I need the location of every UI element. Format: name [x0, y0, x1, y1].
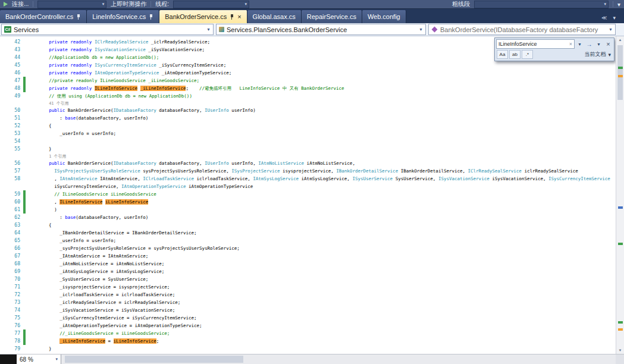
- vertical-scrollbar[interactable]: ▲ ▼: [616, 36, 624, 354]
- scroll-tabs-icon[interactable]: ≪: [601, 15, 607, 21]
- code-row[interactable]: 71 _isysprojectService = isysprojectServ…: [0, 283, 624, 291]
- code-row[interactable]: 62 : base(databaseFactory, userInfo): [0, 214, 624, 221]
- change-tracking-margin: [23, 137, 26, 145]
- code-row[interactable]: 53 _userInfo = userInfo;: [0, 130, 624, 137]
- find-scope-dropdown[interactable]: 当前文档 ▾: [583, 51, 612, 58]
- active-files-dropdown-icon[interactable]: ▾: [613, 15, 616, 21]
- code-row[interactable]: 50 public BankOrderService(IDatabaseFact…: [0, 106, 624, 114]
- code-text: private readonly IAtmOperationTypeServic…: [27, 69, 231, 77]
- regex-toggle[interactable]: .*: [522, 50, 533, 59]
- member-scope-dropdown[interactable]: BankOrderService(IDatabaseFactory databa…: [428, 24, 616, 35]
- code-row[interactable]: 61 ): [0, 206, 624, 214]
- find-search-input[interactable]: ILineInfoService ×: [496, 39, 575, 49]
- code-row[interactable]: 69 _iAtmSysLogService = iAtmSysLogServic…: [0, 268, 624, 275]
- close-tab-icon[interactable]: ×: [237, 14, 241, 20]
- line-number: 78: [0, 337, 23, 345]
- class-icon: [219, 27, 224, 32]
- tab-global-asax-cs[interactable]: Global.asax.cs: [247, 10, 302, 23]
- code-row[interactable]: 65 _userInfo = userInfo;: [0, 237, 624, 244]
- chevron-down-icon[interactable]: ▾: [417, 27, 425, 32]
- code-editor[interactable]: 42 private readonly IClrReadySealService…: [0, 36, 624, 354]
- code-text: , IAtmAtmService IAtmAtmService, IClrLoa…: [27, 175, 610, 183]
- code-row[interactable]: 68 _iAtmNoListService = iAtmNoListServic…: [0, 260, 624, 268]
- line-number: [0, 153, 23, 159]
- code-row[interactable]: 46 private readonly IAtmOperationTypeSer…: [0, 69, 624, 77]
- pin-icon[interactable]: [149, 14, 153, 20]
- code-row[interactable]: 63 {: [0, 221, 624, 229]
- code-row[interactable]: 58 , IAtmAtmService IAtmAtmService, IClr…: [0, 175, 624, 183]
- code-row[interactable]: 45 private readonly ISysCurrencyItemServ…: [0, 61, 624, 69]
- tab-bankorderservice-cs[interactable]: BankOrderService.cs×: [159, 10, 247, 23]
- scrollbar-annotation-mark: [618, 75, 623, 77]
- type-scope-dropdown[interactable]: Services.PlanServices.BankOrderService ▾: [216, 24, 426, 35]
- change-tracking-margin: [23, 130, 26, 137]
- match-case-toggle[interactable]: Aa: [497, 50, 508, 59]
- line-number: [0, 183, 23, 190]
- member-scope-label: BankOrderService(IDatabaseFactory databa…: [440, 26, 598, 33]
- code-row[interactable]: 51 : base(databaseFactory, userInfo): [0, 114, 624, 122]
- code-row[interactable]: 74 _iSysVacationService = iSysVacationSe…: [0, 306, 624, 314]
- code-row[interactable]: 78 _iLineInfoService = iLineInfoService;: [0, 337, 624, 345]
- tab-lineinfoservice-cs[interactable]: LineInfoService.cs: [87, 10, 159, 23]
- toolbar-overflow-icon[interactable]: ▾: [617, 1, 620, 8]
- codelens-row[interactable]: 1 个引用: [0, 153, 624, 159]
- tab-web-config[interactable]: Web.config: [362, 10, 406, 23]
- code-row[interactable]: 49 // 使用 using (ApplicationDb db = new A…: [0, 92, 624, 100]
- codelens-row[interactable]: 41 个引用: [0, 100, 624, 106]
- code-row[interactable]: 56 public BankOrderService(IDatabaseFact…: [0, 159, 624, 167]
- vertical-scrollbar-thumb[interactable]: [617, 45, 623, 100]
- project-scope-dropdown[interactable]: C# Services ▾: [1, 24, 214, 35]
- code-row[interactable]: 79 }: [0, 345, 624, 353]
- tab-repairservice-cs[interactable]: RepairService.cs: [302, 10, 362, 23]
- toolbar-combo-1[interactable]: ▾: [37, 1, 106, 8]
- chevron-down-icon[interactable]: ▾: [205, 27, 212, 32]
- find-next-icon[interactable]: →: [585, 40, 594, 49]
- code-row[interactable]: 72 _iclrloadTaskService = iclrloadTaskSe…: [0, 291, 624, 299]
- line-number: 72: [0, 291, 23, 299]
- zoom-level-label: 68 %: [20, 356, 33, 363]
- code-row[interactable]: 77 //_iLineGoodsService = iLineGoodsServ…: [0, 330, 624, 337]
- code-row[interactable]: 64 _IBankOrderDetailService = IBankOrder…: [0, 229, 624, 237]
- tab-label: Web.config: [368, 13, 400, 20]
- close-find-icon[interactable]: ×: [604, 40, 613, 49]
- clear-search-icon[interactable]: ×: [569, 41, 572, 47]
- code-row[interactable]: 75 _iSysCurrencyItemService = iSysCurren…: [0, 314, 624, 322]
- scroll-up-icon[interactable]: ▲: [616, 36, 624, 43]
- line-number: 47: [0, 77, 23, 84]
- code-row[interactable]: 76 _iAtmOperationTypeService = iAtmOpera…: [0, 322, 624, 330]
- scroll-down-icon[interactable]: ▼: [616, 347, 624, 354]
- code-row[interactable]: 60 , ILineInfoService iLineInfoService: [0, 198, 624, 206]
- code-text: public BankOrderService(IDatabaseFactory…: [27, 159, 355, 167]
- change-tracking-margin: [23, 175, 26, 183]
- whole-word-toggle[interactable]: ab: [509, 50, 520, 59]
- search-history-dropdown-icon[interactable]: ▾: [575, 40, 584, 49]
- line-number: 51: [0, 114, 23, 122]
- code-text: private readonly ISysCurrencyItemService…: [27, 61, 226, 69]
- toolbar-combo-right[interactable]: ▾: [474, 1, 609, 8]
- thread-combo[interactable]: ▾: [173, 1, 249, 8]
- code-row[interactable]: 52 {: [0, 122, 624, 130]
- attach-play-icon[interactable]: [4, 2, 8, 7]
- pin-icon[interactable]: [76, 14, 81, 20]
- find-options-dropdown-icon[interactable]: ▾: [594, 40, 603, 49]
- zoom-control[interactable]: 68 % ▾: [17, 354, 61, 364]
- code-row[interactable]: 59 // ILineGoodsService iLineGoodsServic…: [0, 190, 624, 198]
- horizontal-scrollbar-thumb[interactable]: [65, 356, 243, 363]
- code-row[interactable]: 73 _iclrReadySealService = iclrReadySeal…: [0, 299, 624, 306]
- code-row[interactable]: 70 _SysUserService = SysUserService;: [0, 275, 624, 283]
- tab-bankordercontroller-cs[interactable]: BankOrderController.cs: [0, 10, 87, 23]
- pin-icon[interactable]: [230, 14, 234, 20]
- code-row[interactable]: 66 _sysProjectSysUserSysRoleService = sy…: [0, 244, 624, 252]
- code-row[interactable]: iSysCurrencyItemService, IAtmOperationTy…: [0, 183, 624, 190]
- code-row[interactable]: 57 ISysProjectSysUserSysRoleService sysP…: [0, 167, 624, 175]
- horizontal-scrollbar[interactable]: [61, 354, 616, 364]
- attach-label[interactable]: 连接...: [12, 0, 29, 8]
- code-row[interactable]: 47 //private readonly ILineGoodsService …: [0, 77, 624, 84]
- code-row[interactable]: 55 }: [0, 145, 624, 153]
- change-tracking-margin: [23, 159, 26, 167]
- chevron-down-icon[interactable]: ▾: [607, 27, 614, 32]
- chevron-down-icon: ▾: [604, 2, 606, 7]
- code-row[interactable]: 67 _IAtmAtmService = IAtmAtmService;: [0, 252, 624, 260]
- code-row[interactable]: 54: [0, 137, 624, 145]
- code-row[interactable]: 48 private readonly ILineInfoService _iL…: [0, 84, 624, 92]
